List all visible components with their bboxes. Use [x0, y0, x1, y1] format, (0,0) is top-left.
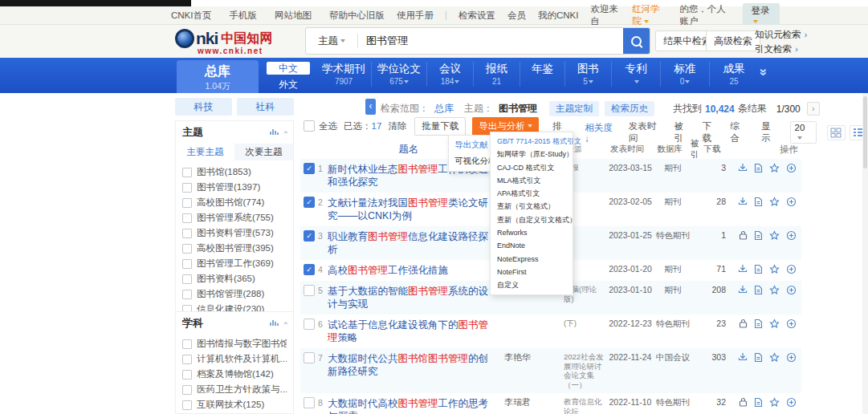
export-format-item[interactable]: EndNote — [491, 239, 573, 252]
lock-icon[interactable] — [739, 230, 748, 241]
table-row[interactable]: 8大数据时代高校图书管理工作的思考与探索李瑞君教育信息化论坛2022-11-10… — [300, 393, 801, 414]
topic-filter-item[interactable]: 图书资料管理(573) — [182, 225, 287, 241]
citation-icon[interactable] — [786, 352, 797, 363]
topic-filter-item[interactable]: 图书馆(1853) — [182, 164, 287, 180]
sidebar-filter-tab[interactable]: 社科 — [237, 98, 294, 116]
checkbox-icon[interactable] — [182, 229, 192, 238]
export-format-item[interactable]: Refworks — [491, 226, 573, 239]
subject-filter-item[interactable]: 计算机软件及计算机... (2970) — [182, 351, 287, 367]
citation-icon[interactable] — [786, 319, 797, 329]
html-read-icon[interactable] — [754, 163, 763, 173]
lock-icon[interactable] — [739, 397, 748, 408]
topbar-link[interactable]: 帮助中心 — [329, 10, 366, 22]
result-source[interactable]: 教育信息化论坛 — [549, 397, 605, 414]
result-author[interactable]: 李瑞君 — [496, 397, 549, 408]
grid-view-icon[interactable] — [827, 125, 846, 140]
result-title-link[interactable]: 职业教育图书管理信息化建设路径探析 — [328, 230, 496, 256]
export-format-item[interactable]: MLA格式引文 — [491, 174, 573, 187]
checkbox-icon[interactable] — [182, 183, 192, 193]
topic-filter-item[interactable]: 高校图书管理(395) — [182, 241, 287, 256]
subject-filter-item[interactable]: 医药卫生方针政策与... (131) — [182, 382, 287, 397]
bar-chart-icon[interactable] — [270, 127, 279, 138]
checkbox-icon[interactable] — [182, 339, 192, 349]
scope-value[interactable]: 总库 — [434, 102, 454, 116]
favorite-star-icon[interactable] — [769, 285, 780, 295]
collapse-section-icon[interactable]: › — [280, 322, 290, 325]
search-field-select[interactable]: 主题 — [306, 34, 357, 48]
citation-icon[interactable] — [786, 163, 797, 173]
table-row[interactable]: 7大数据时代公共图书馆图书管理的创新路径研究李艳华2022社会发展理论研讨会论文… — [300, 348, 801, 393]
nav-category[interactable]: 年鉴 — [520, 62, 564, 87]
topbar-link[interactable]: 我的CNKI — [538, 10, 578, 22]
topic-filter-item[interactable]: 高校图书馆(774) — [182, 195, 287, 210]
sidebar-filter-tab[interactable]: 科技 — [175, 98, 232, 116]
checkbox-icon[interactable] — [182, 213, 192, 223]
result-title-link[interactable]: 基于大数据的智能图书管理系统的设计与实现 — [328, 285, 496, 310]
checkbox-icon[interactable] — [182, 274, 192, 284]
export-format-item[interactable]: APA格式引文 — [491, 187, 573, 200]
html-read-icon[interactable] — [754, 230, 763, 241]
topic-filter-item[interactable]: 图书管理系统(755) — [182, 210, 287, 225]
nav-category[interactable]: 图书5 — [564, 62, 611, 87]
citation-icon[interactable] — [786, 230, 797, 241]
result-source[interactable]: (下) — [549, 319, 605, 328]
favorite-star-icon[interactable] — [769, 264, 780, 274]
topbar-link[interactable]: 网站地图 — [275, 10, 312, 22]
subject-filter-item[interactable]: 互联网技术(125) — [182, 397, 287, 412]
nav-category[interactable]: 成果25 — [709, 62, 758, 87]
search-history-pill[interactable]: 检索历史 — [605, 101, 654, 116]
clear-selection-button[interactable]: 清除 — [388, 120, 406, 132]
favorite-star-icon[interactable] — [769, 163, 780, 173]
checkbox-icon[interactable] — [182, 259, 192, 269]
search-button[interactable] — [623, 28, 650, 54]
topic-subtab[interactable]: 主要主题 — [176, 144, 234, 160]
checkbox-icon[interactable] — [182, 168, 192, 177]
batch-download-button[interactable]: 批量下载 — [414, 117, 466, 136]
nav-category[interactable]: 标准0 — [660, 62, 709, 87]
checkbox-icon[interactable] — [182, 290, 192, 299]
sort-option[interactable]: 相关度 ↓ — [585, 122, 617, 144]
html-read-icon[interactable] — [754, 319, 763, 329]
select-all-checkbox[interactable] — [304, 120, 315, 132]
result-source[interactable]: 2022社会发展理论研讨会论文集（一） — [549, 352, 605, 389]
topbar-link[interactable]: 手机版 — [229, 10, 257, 22]
html-read-icon[interactable] — [754, 197, 763, 207]
row-checkbox[interactable] — [304, 285, 315, 296]
select-all-label[interactable]: 全选 — [319, 120, 337, 132]
citation-icon[interactable] — [786, 197, 797, 207]
export-format-item[interactable]: 知网研学（原E-Study） — [491, 148, 573, 160]
login-button[interactable]: 登录 — [743, 3, 780, 28]
nav-category[interactable]: 学术期刊7907 — [316, 62, 371, 87]
nav-category[interactable]: 会议184 — [426, 62, 473, 87]
topbar-link[interactable]: 使用手册 — [397, 10, 434, 22]
result-title-link[interactable]: 文献计量法对我国图书管理类论文研究——以CNKI为例 — [328, 197, 496, 222]
table-row[interactable]: 6试论基于信息化建设视角下的图书管理策略(下)2022-12-23特色期刊23 — [300, 315, 801, 348]
row-checkbox[interactable]: ✓ — [304, 197, 315, 208]
knowledge-element-search-link[interactable]: 知识元检索› — [755, 27, 807, 42]
export-format-item[interactable]: 查新（自定义引文格式） — [491, 213, 573, 226]
subject-filter-item[interactable]: 档案及博物馆(142) — [182, 367, 287, 382]
result-title-link[interactable]: 试论基于信息化建设视角下的图书管理策略 — [328, 319, 496, 344]
next-page-button[interactable]: › — [807, 102, 820, 116]
advanced-search-button[interactable]: 高级检索 — [706, 30, 760, 51]
html-read-icon[interactable] — [754, 397, 763, 408]
topic-filter-item[interactable]: 图书资料(365) — [182, 271, 287, 286]
favorite-star-icon[interactable] — [769, 352, 780, 363]
html-read-icon[interactable] — [754, 285, 763, 295]
download-icon[interactable] — [738, 264, 748, 274]
html-read-icon[interactable] — [754, 352, 763, 363]
download-icon[interactable] — [738, 197, 748, 207]
topbar-link[interactable]: CNKI首页 — [171, 10, 211, 22]
topbar-link[interactable]: 检索设置 — [458, 10, 495, 22]
topic-subtab[interactable]: 次要主题 — [234, 144, 293, 160]
result-author[interactable]: 李艳华 — [496, 352, 549, 363]
checkbox-icon[interactable] — [182, 385, 192, 395]
display-count-select[interactable]: 20 — [790, 121, 817, 144]
export-format-item[interactable]: NoteExpress — [491, 253, 573, 266]
result-title-link[interactable]: 大数据时代高校图书管理工作的思考与探索 — [328, 397, 496, 414]
favorite-star-icon[interactable] — [769, 230, 780, 241]
result-title-link[interactable]: 高校图书管理工作强化措施 — [328, 264, 496, 277]
topic-filter-item[interactable]: 图书管理工作(369) — [182, 256, 287, 271]
checkbox-icon[interactable] — [182, 400, 192, 410]
export-format-item[interactable]: GB/T 7714-2015 格式引文 — [491, 135, 573, 148]
